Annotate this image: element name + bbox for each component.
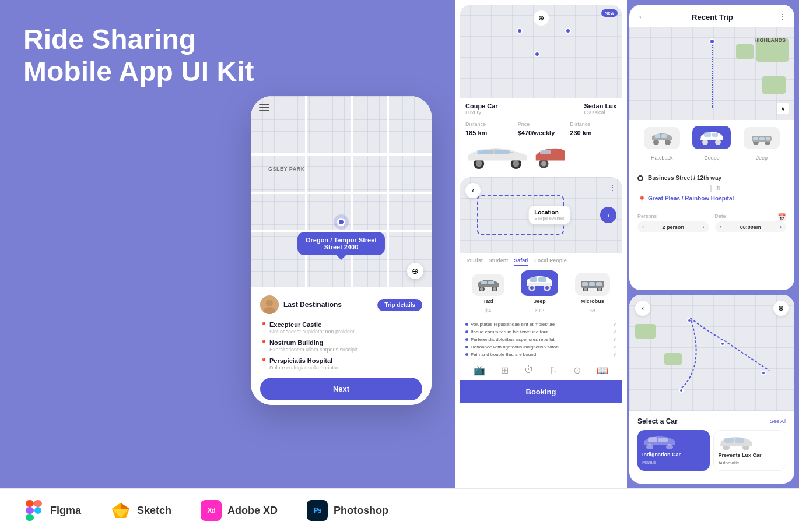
location-card: ‹ ⋮ Location Saepe eveniet › Tourist Stu… — [460, 177, 622, 484]
dest-name-2: Nostrum Building — [269, 339, 323, 346]
ct-jeep[interactable]: Jeep — [744, 127, 780, 162]
jeep-rt-icon — [751, 132, 773, 145]
feature-list: Voluptates repudiandae sint et molestiae… — [460, 319, 622, 360]
vehicle-jeep[interactable]: Jeep $12 — [521, 270, 558, 315]
svg-rect-32 — [596, 282, 602, 286]
feature-dot-2 — [465, 330, 468, 333]
booking-button[interactable]: Booking — [460, 380, 622, 403]
svg-rect-50 — [658, 438, 668, 442]
tab-local-people[interactable]: Local People — [534, 258, 567, 266]
tool-adobexd[interactable]: Xd Adobe XD — [201, 500, 278, 521]
tool-sketch[interactable]: Sketch — [110, 500, 171, 521]
sc-green-2 — [664, 353, 682, 365]
price-value: $470/weekly — [518, 129, 555, 136]
car-stat-price: Price $470/weekly — [518, 121, 565, 138]
route-circle-from — [637, 175, 643, 181]
route-pin-to: 📍 — [637, 196, 643, 202]
vehicle-taxi[interactable]: Taxi $4 — [472, 274, 504, 315]
chevron-down-3: ∨ — [613, 337, 616, 342]
location-filter-icon[interactable]: ⋮ — [608, 183, 616, 192]
trip-type-tabs: Tourist Student Safari Local People — [460, 253, 622, 266]
tool-figma[interactable]: Figma — [23, 500, 81, 521]
ct-coupe-bg — [692, 126, 731, 149]
figma-logo-icon — [26, 500, 42, 521]
rt-map-chevron[interactable]: ∨ — [777, 103, 789, 114]
title-area: Ride Sharing Mobile App UI Kit — [0, 0, 455, 99]
persons-arrow-left[interactable]: ‹ — [642, 224, 644, 230]
title-line1: Ride Sharing — [23, 24, 196, 55]
trip-details-button[interactable]: Trip details — [377, 299, 422, 311]
svg-point-33 — [653, 139, 659, 145]
svg-rect-35 — [655, 134, 660, 138]
microbus-label: Microbus — [575, 298, 610, 304]
ct-hatcback[interactable]: Hatcback — [644, 127, 680, 162]
rt-filter-icon[interactable]: ⋮ — [778, 12, 786, 22]
bottom-toolbar: Figma Sketch Xd Adobe XD Ps Photoshop — [0, 488, 799, 532]
car-selection-card: ⊕ New Coupe Car Luxury Sedan Lux Classic… — [460, 5, 622, 172]
nav-icon-flag[interactable]: ⚐ — [549, 365, 558, 376]
chevron-down-4: ∨ — [613, 344, 616, 350]
svg-point-34 — [665, 139, 671, 145]
nav-icon-book[interactable]: 📖 — [597, 365, 608, 376]
price-label: Price — [518, 121, 565, 127]
road-v2 — [351, 96, 353, 287]
card-locate-icon[interactable]: ⊕ — [534, 10, 549, 26]
see-all-button[interactable]: See All — [770, 418, 786, 424]
tab-safari[interactable]: Safari — [514, 258, 528, 266]
select-car-content: Select a Car See All In — [629, 411, 794, 484]
avatar — [260, 295, 279, 314]
feature-text-1: Voluptates repudiandae sint et molestiae — [471, 322, 555, 327]
svg-rect-17 — [488, 281, 494, 284]
route-to: 📍 Great Pleas / Rainbow Hospital — [637, 193, 786, 204]
nav-icon-grid[interactable]: ⊞ — [501, 365, 509, 376]
persons-arrow-right[interactable]: › — [702, 224, 704, 230]
ct-coupe[interactable]: Coupe — [692, 126, 731, 162]
car1-name: Coupe Car — [465, 103, 498, 110]
car-option-2[interactable]: Prevents Lux Car Automatic — [713, 430, 787, 471]
next-button[interactable]: Next — [260, 378, 422, 400]
location-info-button[interactable]: › — [600, 207, 616, 223]
feature-item-4: Denounce with righteous indignation safa… — [465, 344, 616, 350]
vehicle-microbus[interactable]: Microbus $8 — [575, 273, 610, 315]
route-from: Business Street / 12th way — [637, 172, 786, 184]
car-option-2-icon — [719, 435, 754, 450]
user-info: Last Destinations — [260, 295, 342, 314]
menu-line2 — [259, 107, 269, 108]
svg-rect-54 — [735, 438, 744, 443]
car-image-area — [460, 138, 622, 172]
tool-photoshop[interactable]: Ps Photoshop — [307, 500, 388, 521]
select-car-title-row: Select a Car See All — [637, 417, 786, 425]
title-line2: Mobile App UI Kit — [23, 56, 254, 87]
car1-type: Luxury — [465, 110, 498, 115]
nav-icon-tv[interactable]: 📺 — [474, 365, 485, 376]
compass-icon[interactable]: ⊕ — [407, 263, 423, 279]
date-label: Date — [715, 213, 726, 219]
car-stat-distance: Distance 185 km — [465, 121, 512, 138]
feature-text-4: Denounce with righteous indignation safa… — [471, 344, 559, 350]
car-option-1-sub: Manuel — [642, 460, 705, 465]
calendar-icon[interactable]: 📅 — [777, 213, 786, 221]
taxi-price: $4 — [485, 308, 491, 313]
taxi-car-icon — [476, 279, 500, 291]
road-h2 — [251, 192, 432, 194]
feature-item-2: Itaque earum rerum hic tenetur a tour ∨ — [465, 329, 616, 334]
car-info-section: Coupe Car Luxury Sedan Lux Classical — [460, 98, 622, 118]
date-arrow-right[interactable]: › — [780, 224, 782, 230]
nav-icon-clock[interactable]: ⏱ — [524, 365, 534, 376]
menu-icon[interactable] — [259, 104, 269, 111]
tab-student[interactable]: Student — [489, 258, 509, 266]
car-option-1[interactable]: Indignation Car Manuel — [637, 430, 710, 471]
svg-rect-7 — [477, 150, 493, 154]
park-label: GSLEY PARK — [268, 166, 305, 172]
car-svg-red — [534, 140, 569, 170]
tooltip-line2: Street 2400 — [324, 244, 359, 251]
rt-back-button[interactable]: ← — [637, 12, 647, 22]
chevron-down-2: ∨ — [613, 329, 616, 334]
rt-dot-start — [709, 38, 715, 44]
feature-item-5: Pain and trouble that are bound ∨ — [465, 352, 616, 357]
nav-icon-target[interactable]: ⊙ — [573, 365, 581, 376]
feature-text-5: Pain and trouble that are bound — [471, 352, 536, 357]
tab-tourist[interactable]: Tourist — [465, 258, 483, 266]
last-destinations-label: Last Destinations — [283, 301, 342, 309]
date-arrow-left[interactable]: ‹ — [720, 224, 721, 230]
